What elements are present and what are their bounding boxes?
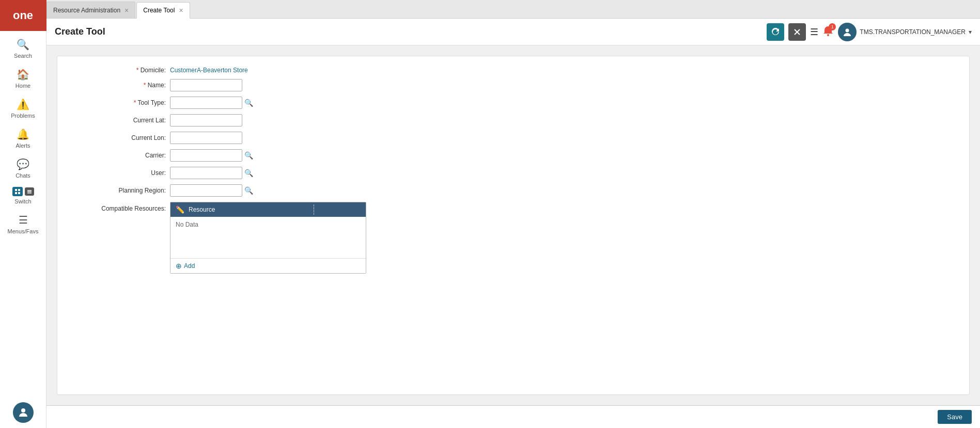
carrier-label: Carrier:: [88, 152, 166, 159]
svg-rect-6: [27, 193, 32, 194]
name-label: * Name:: [88, 82, 166, 89]
user-dropdown[interactable]: TMS.TRANSPORTATION_MANAGER ▾: [838, 23, 972, 41]
svg-rect-4: [27, 190, 32, 191]
compatible-resources-label: Compatible Resources:: [88, 202, 166, 212]
planning-region-search-button[interactable]: 🔍: [244, 186, 253, 195]
bell-icon: 🔔: [17, 128, 29, 140]
sidebar-item-home[interactable]: 🏠 Home: [0, 63, 46, 93]
tab-create-tool[interactable]: Create Tool ×: [136, 2, 190, 19]
bottom-bar: Save: [46, 405, 980, 428]
carrier-field: 🔍: [170, 149, 253, 162]
page-title: Create Tool: [55, 26, 767, 37]
content-area: * Domicile: CustomerA-Beaverton Store * …: [46, 45, 980, 405]
resources-table-body: No Data: [170, 217, 366, 258]
name-required-star: *: [144, 82, 148, 89]
form-container: * Domicile: CustomerA-Beaverton Store * …: [57, 56, 970, 395]
planning-region-field: 🔍: [170, 184, 253, 197]
domicile-value[interactable]: CustomerA-Beaverton Store: [170, 67, 248, 74]
tool-type-search-button[interactable]: 🔍: [244, 99, 253, 107]
sidebar-item-menus-label: Menus/Favs: [8, 228, 39, 234]
sidebar-item-chats-label: Chats: [15, 172, 30, 179]
svg-point-7: [21, 408, 25, 413]
planning-region-input[interactable]: [170, 184, 242, 197]
user-label: User:: [88, 169, 166, 177]
carrier-search-button[interactable]: 🔍: [244, 151, 253, 160]
domicile-row: * Domicile: CustomerA-Beaverton Store: [88, 67, 959, 74]
toolbar: Create Tool ☰ 1: [46, 19, 980, 45]
current-lat-input[interactable]: [170, 114, 242, 126]
sidebar-item-search[interactable]: 🔍 Search: [0, 33, 46, 63]
sidebar-item-alerts-label: Alerts: [15, 142, 30, 149]
current-lon-label: Current Lon:: [88, 134, 166, 141]
tab-resource-admin-close[interactable]: ×: [125, 7, 129, 14]
compatible-resources-row: Compatible Resources: ✏️ Resource No Dat…: [88, 202, 959, 274]
compatible-resources-table: ✏️ Resource No Data ⊕ Add: [170, 202, 366, 274]
tab-create-tool-label: Create Tool: [143, 7, 175, 14]
current-lon-input[interactable]: [170, 132, 242, 144]
sidebar-item-menus[interactable]: ☰ Menus/Favs: [0, 209, 46, 239]
home-icon: 🏠: [17, 68, 29, 81]
current-lon-row: Current Lon:: [88, 132, 959, 144]
sidebar-item-problems[interactable]: ⚠️ Problems: [0, 93, 46, 123]
app-logo[interactable]: one: [0, 0, 46, 31]
switch-icon-primary: [12, 187, 23, 196]
resources-table-header: ✏️ Resource: [170, 202, 366, 217]
main-area: Resource Administration × Create Tool × …: [46, 0, 980, 428]
carrier-row: Carrier: 🔍: [88, 149, 959, 162]
menu-button[interactable]: ☰: [810, 26, 818, 38]
sidebar-item-problems-label: Problems: [11, 113, 35, 119]
search-icon: 🔍: [17, 38, 29, 51]
tab-resource-admin-label: Resource Administration: [53, 7, 120, 14]
name-row: * Name:: [88, 79, 959, 91]
sidebar: one 🔍 Search 🏠 Home ⚠️ Problems 🔔 Alerts…: [0, 0, 46, 428]
sidebar-item-home-label: Home: [15, 83, 30, 89]
sidebar-item-chats[interactable]: 💬 Chats: [0, 153, 46, 183]
current-lat-label: Current Lat:: [88, 117, 166, 124]
switch-icon-secondary: [25, 187, 34, 196]
menu-icon: ☰: [19, 214, 28, 226]
tool-type-input[interactable]: [170, 97, 242, 109]
chat-icon: 💬: [17, 158, 29, 170]
svg-rect-3: [18, 192, 20, 194]
svg-point-10: [827, 34, 829, 36]
tab-create-tool-close[interactable]: ×: [179, 7, 183, 14]
resource-column-header: Resource: [189, 206, 215, 213]
save-button[interactable]: Save: [938, 410, 972, 424]
svg-rect-5: [27, 192, 32, 193]
sidebar-user-avatar[interactable]: [13, 402, 34, 423]
switch-icons: [12, 187, 34, 196]
add-resource-link[interactable]: Add: [184, 262, 195, 270]
name-input[interactable]: [170, 79, 242, 91]
domicile-label: * Domicile:: [88, 67, 166, 74]
resources-table-footer: ⊕ Add: [170, 258, 366, 273]
user-input[interactable]: [170, 167, 242, 179]
header-divider: [314, 204, 314, 215]
svg-rect-1: [18, 189, 20, 191]
tool-type-required-star: *: [134, 99, 138, 106]
planning-region-row: Planning Region: 🔍: [88, 184, 959, 197]
carrier-input[interactable]: [170, 149, 242, 162]
svg-rect-0: [15, 189, 17, 191]
notification-badge: 1: [829, 23, 836, 30]
user-field: 🔍: [170, 167, 253, 179]
svg-point-11: [846, 28, 849, 32]
cancel-button[interactable]: [788, 23, 806, 41]
sidebar-item-switch[interactable]: Switch: [0, 183, 46, 209]
tool-type-field: 🔍: [170, 97, 253, 109]
warning-icon: ⚠️: [17, 98, 29, 110]
tool-type-row: * Tool Type: 🔍: [88, 97, 959, 109]
add-circle-icon: ⊕: [176, 262, 182, 270]
sidebar-item-search-label: Search: [14, 53, 32, 59]
user-search-button[interactable]: 🔍: [244, 169, 253, 177]
notification-bell[interactable]: 1: [822, 25, 834, 38]
svg-rect-2: [15, 192, 17, 194]
tab-resource-admin[interactable]: Resource Administration ×: [46, 2, 135, 18]
edit-icon: ✏️: [176, 205, 184, 214]
user-name: TMS.TRANSPORTATION_MANAGER: [860, 28, 966, 36]
sidebar-item-alerts[interactable]: 🔔 Alerts: [0, 123, 46, 153]
planning-region-label: Planning Region:: [88, 187, 166, 194]
tool-type-label: * Tool Type:: [88, 99, 166, 106]
refresh-button[interactable]: [767, 23, 784, 41]
domicile-required-star: *: [136, 67, 141, 74]
user-row: User: 🔍: [88, 167, 959, 179]
